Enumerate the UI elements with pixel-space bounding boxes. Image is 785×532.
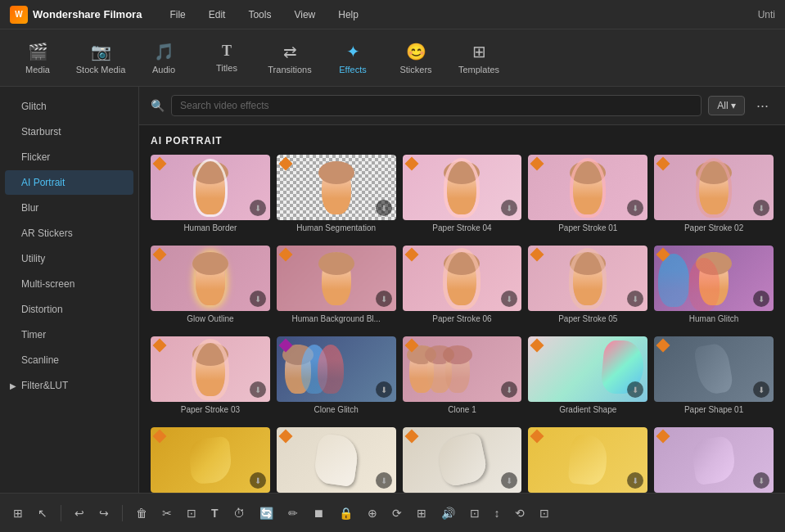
- sidebar-item-scanline[interactable]: Scanline: [5, 348, 133, 372]
- bt-copy[interactable]: ⊡: [182, 503, 201, 523]
- menu-tools[interactable]: Tools: [245, 7, 274, 22]
- bt-export[interactable]: ⊡: [535, 503, 554, 523]
- app-logo-icon: W: [10, 6, 28, 24]
- card-thumb-glow-outline: ⬇: [151, 246, 270, 311]
- bt-lock[interactable]: 🔒: [334, 503, 358, 523]
- card-paper-stroke-03[interactable]: ⬇ Paper Stroke 03: [151, 336, 270, 414]
- card-paper-shape-04[interactable]: ⬇ Paper Shape 04: [403, 427, 522, 493]
- bt-cut[interactable]: ✂: [157, 503, 177, 523]
- download-human-glitch[interactable]: ⬇: [753, 291, 769, 307]
- card-paper-shape-05[interactable]: ⬇ Paper Shape 05: [277, 427, 396, 493]
- more-options-button[interactable]: ···: [751, 96, 774, 116]
- badge-paper-shape-01: [658, 340, 670, 352]
- sidebar-item-blur[interactable]: Blur: [5, 196, 133, 220]
- card-grid-row3: ⬇ Paper Stroke 03: [151, 336, 774, 414]
- card-paper-stroke-06[interactable]: ⬇ Paper Stroke 06: [403, 246, 522, 323]
- card-paper-shape-01[interactable]: ⬇ Paper Shape 01: [654, 336, 774, 414]
- bt-resize[interactable]: ⊡: [465, 503, 485, 523]
- bt-reset[interactable]: ⟲: [510, 503, 530, 523]
- download-paper-shape-05[interactable]: ⬇: [376, 472, 392, 489]
- toolbar-transitions[interactable]: ⇄ Transitions: [260, 34, 319, 83]
- card-glow-outline[interactable]: ⬇ Glow Outline: [151, 246, 270, 323]
- toolbar-media[interactable]: 🎬 Media: [8, 34, 67, 83]
- bt-redo[interactable]: ↪: [94, 503, 114, 523]
- sidebar-item-ai-portrait[interactable]: AI Portrait: [5, 170, 133, 195]
- bt-audio[interactable]: 🔊: [436, 503, 460, 523]
- bt-timer[interactable]: ⏱: [228, 503, 250, 523]
- download-paper-shape-01[interactable]: ⬇: [753, 381, 769, 398]
- label-paper-stroke-06: Paper Stroke 06: [403, 314, 522, 323]
- transitions-icon: ⇄: [283, 42, 297, 61]
- download-glow-outline[interactable]: ⬇: [250, 291, 266, 307]
- download-paper-shape-06[interactable]: ⬇: [250, 472, 266, 489]
- card-human-bg-blur[interactable]: ⬇ Human Background Bl...: [277, 246, 396, 323]
- effects-icon: ✦: [346, 42, 360, 61]
- card-paper-shape-07[interactable]: ⬇ Paper Shape 07: [654, 427, 774, 493]
- search-input[interactable]: [171, 95, 702, 116]
- bt-rotate[interactable]: 🔄: [255, 503, 278, 523]
- toolbar-stock-media[interactable]: 📷 Stock Media: [71, 34, 130, 83]
- download-paper-stroke-02[interactable]: ⬇: [753, 200, 769, 216]
- sidebar-item-filter-lut[interactable]: ▶ Filter&LUT: [0, 373, 138, 398]
- bt-stop[interactable]: ⏹: [308, 503, 329, 523]
- search-bar: 🔍 All ▾ ···: [139, 87, 785, 125]
- sidebar-item-timer[interactable]: Timer: [5, 322, 133, 347]
- card-paper-shape-06[interactable]: ⬇ Paper Shape 06: [151, 427, 270, 493]
- toolbar-stickers[interactable]: 😊 Stickers: [386, 34, 445, 83]
- bt-layout[interactable]: ⊞: [412, 503, 431, 523]
- bt-delete[interactable]: 🗑: [131, 503, 152, 523]
- card-clone-glitch[interactable]: ⬇ Clone Glitch: [277, 336, 396, 414]
- menu-edit[interactable]: Edit: [205, 7, 229, 22]
- card-grid-row2: ⬇ Glow Outline ⬇: [151, 246, 774, 323]
- badge-paper-stroke-02: [658, 159, 670, 170]
- bt-grid[interactable]: ⊞: [8, 503, 28, 523]
- card-paper-stroke-02[interactable]: ⬇ Paper Stroke 02: [654, 155, 774, 232]
- sidebar-item-utility[interactable]: Utility: [5, 246, 133, 271]
- toolbar-templates-label: Templates: [458, 65, 499, 74]
- card-paper-shape-02[interactable]: ⬇ Paper Shape 02: [528, 427, 647, 493]
- bt-add[interactable]: ⊕: [363, 503, 382, 523]
- card-human-segmentation[interactable]: ⬇ Human Segmentation: [277, 155, 396, 232]
- label-human-seg: Human Segmentation: [277, 223, 396, 232]
- sidebar-filter-lut-label: Filter&LUT: [21, 380, 68, 391]
- download-paper-shape-07[interactable]: ⬇: [753, 472, 769, 489]
- card-thumb-paper-stroke-05: ⬇: [528, 246, 647, 311]
- toolbar-titles-label: Titles: [216, 63, 237, 73]
- bt-undo[interactable]: ↩: [70, 503, 89, 523]
- media-icon: 🎬: [28, 42, 48, 61]
- download-human-border[interactable]: ⬇: [250, 200, 266, 216]
- sidebar-item-starburst[interactable]: Starburst: [5, 119, 133, 144]
- card-paper-stroke-01[interactable]: ⬇ Paper Stroke 01: [528, 155, 647, 232]
- bt-edit[interactable]: ✏: [283, 503, 303, 523]
- toolbar-effects[interactable]: ✦ Effects: [323, 34, 382, 83]
- card-gradient-shape[interactable]: ⬇ Gradient Shape: [528, 336, 647, 414]
- sidebar-item-glitch[interactable]: Glitch: [5, 94, 133, 119]
- menu-file[interactable]: File: [166, 7, 188, 22]
- toolbar-templates[interactable]: ⊞ Templates: [449, 34, 508, 83]
- menu-help[interactable]: Help: [335, 7, 362, 22]
- download-human-bg-blur[interactable]: ⬇: [376, 291, 392, 307]
- toolbar-audio[interactable]: 🎵 Audio: [134, 34, 193, 83]
- card-thumb-paper-shape-01: ⬇: [654, 336, 774, 402]
- toolbar-titles[interactable]: T Titles: [197, 34, 256, 83]
- sidebar-item-distortion[interactable]: Distortion: [5, 297, 133, 322]
- card-human-border[interactable]: ⬇ Human Border: [151, 155, 270, 232]
- bt-text[interactable]: T: [206, 503, 223, 523]
- bt-select[interactable]: ↖: [33, 503, 52, 523]
- card-paper-stroke-05[interactable]: ⬇ Paper Stroke 05: [528, 246, 647, 323]
- card-paper-stroke-04[interactable]: ⬇ Paper Stroke 04: [403, 155, 522, 232]
- card-clone-1[interactable]: ⬇ Clone 1: [403, 336, 522, 414]
- download-clone-glitch[interactable]: ⬇: [376, 381, 392, 398]
- card-human-glitch[interactable]: ⬇ Human Glitch: [654, 246, 774, 323]
- badge-clone-glitch: [281, 340, 292, 352]
- menu-view[interactable]: View: [291, 7, 318, 22]
- download-human-seg[interactable]: ⬇: [376, 200, 392, 216]
- bt-expand[interactable]: ↕: [489, 503, 505, 523]
- bt-refresh[interactable]: ⟳: [387, 503, 407, 523]
- sidebar-item-multi-screen[interactable]: Multi-screen: [5, 272, 133, 296]
- sidebar-item-flicker[interactable]: Flicker: [5, 145, 133, 169]
- sidebar-item-ar-stickers[interactable]: AR Stickers: [5, 221, 133, 246]
- filter-button[interactable]: All ▾: [708, 96, 745, 115]
- toolbar: 🎬 Media 📷 Stock Media 🎵 Audio T Titles ⇄…: [0, 29, 785, 87]
- download-paper-stroke-03[interactable]: ⬇: [250, 381, 266, 398]
